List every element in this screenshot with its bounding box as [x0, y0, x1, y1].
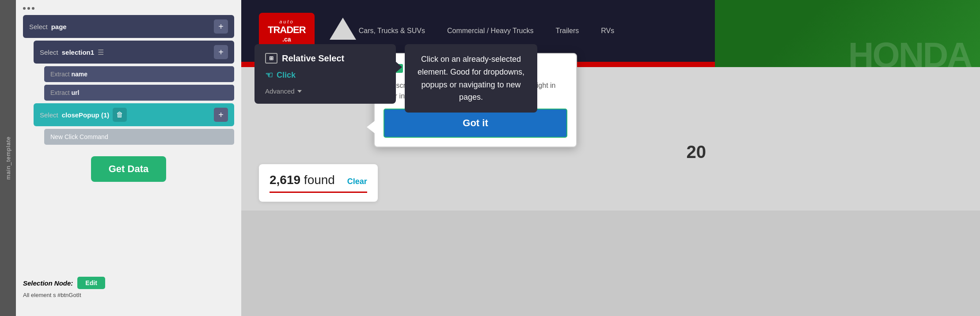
edit-label: Edit	[85, 279, 97, 286]
select-closepopup-row[interactable]: Select closePopup (1) 🗑 +	[34, 103, 234, 126]
dot-3	[32, 7, 34, 10]
tooltip-description: Click on an already-selected element. Go…	[418, 55, 524, 102]
found-label: found	[304, 173, 335, 187]
add-page-button[interactable]: +	[214, 19, 228, 34]
new-click-command-row[interactable]: New Click Command	[44, 129, 234, 145]
autotrader-logo[interactable]: auto TRADER .ca	[259, 13, 315, 49]
select-selection1-row[interactable]: Select selection1 ☰ +	[34, 41, 234, 64]
tooltip-panel: ⊞ Relative Select ☜ Click Advanced	[254, 44, 396, 104]
description-box: Click on an already-selected element. Go…	[405, 44, 537, 113]
nav-link-cars[interactable]: Cars, Trucks & SUVs	[359, 27, 425, 35]
got-it-label: Got it	[463, 117, 488, 128]
extract-name-value: name	[71, 71, 87, 78]
select-closepopup-value: closePopup (1)	[62, 111, 110, 119]
nav-link-trailers[interactable]: Trailers	[556, 27, 579, 35]
dots-menu[interactable]	[23, 7, 234, 10]
got-it-button[interactable]: Got it	[384, 109, 567, 138]
logo-suffix: .ca	[282, 36, 291, 43]
popup-tail	[367, 121, 375, 133]
select-page-value: page	[51, 23, 67, 30]
relative-select-icon: ⊞	[265, 53, 277, 64]
results-number-partial: 20	[687, 142, 707, 162]
logo-trader: TRADER	[268, 24, 306, 36]
advanced-label: Advanced	[265, 87, 295, 95]
click-cursor-icon: ☜	[265, 70, 273, 80]
select-closepopup-label: Select	[40, 111, 58, 119]
select-page-row[interactable]: Select page +	[23, 15, 234, 38]
get-data-label: Get Data	[109, 163, 148, 174]
extract-name-label: Extract	[50, 71, 71, 78]
extract-url-value: url	[71, 89, 79, 96]
count-value: 2,619	[270, 173, 300, 187]
extract-name-row: Extract name	[44, 66, 234, 82]
delete-closepopup-button[interactable]: 🗑	[113, 108, 127, 122]
results-count: 2,619 found	[270, 173, 338, 187]
selection-node-section: Selection Node: Edit All element s #btnG…	[23, 277, 234, 298]
autotrader-background: auto TRADER .ca Cars, Trucks & SUVs Comm…	[241, 0, 980, 316]
tooltip-relative-select: ⊞ Relative Select	[265, 53, 385, 64]
tooltip-advanced[interactable]: Advanced	[265, 87, 385, 95]
nav-links: Cars, Trucks & SUVs Commercial / Heavy T…	[359, 27, 615, 35]
tooltip-click[interactable]: ☜ Click	[265, 70, 385, 80]
nav-link-rvs[interactable]: RVs	[601, 27, 614, 35]
click-label: Click	[277, 71, 296, 80]
dot-2	[27, 7, 30, 10]
logo-auto: auto	[279, 19, 294, 24]
select-selection1-label: Select	[40, 49, 58, 56]
extract-url-row: Extract url	[44, 85, 234, 101]
results-card: 2,619 found Clear	[259, 164, 378, 202]
left-panel: Select page + Select selection1 ☰ + Extr…	[16, 0, 241, 316]
clear-link[interactable]: Clear	[347, 177, 367, 186]
sidebar-label-text: main_template	[5, 136, 11, 180]
get-data-button[interactable]: Get Data	[91, 156, 166, 182]
node-info: All element s #btnGotIt	[23, 292, 234, 298]
new-click-command-label: New Click Command	[50, 133, 108, 140]
advanced-chevron-icon	[297, 90, 302, 93]
add-closepopup-button[interactable]: +	[214, 108, 228, 122]
results-count-row: 2,619 found Clear	[270, 173, 367, 187]
dot-1	[23, 7, 26, 10]
extract-url-label: Extract	[50, 89, 71, 96]
browser-area: auto TRADER .ca Cars, Trucks & SUVs Comm…	[241, 0, 980, 316]
edit-button[interactable]: Edit	[77, 277, 105, 289]
add-selection1-button[interactable]: +	[214, 45, 228, 59]
nav-link-commercial[interactable]: Commercial / Heavy Trucks	[447, 27, 534, 35]
list-icon: ☰	[98, 48, 104, 56]
nav-triangle	[330, 18, 356, 40]
select-page-label: Select	[29, 23, 48, 30]
relative-select-label: Relative Select	[282, 53, 344, 64]
selection-node-label: Selection Node:	[23, 279, 73, 287]
sidebar-label: main_template	[0, 0, 16, 316]
select-selection1-value: selection1	[62, 49, 94, 56]
results-divider	[270, 192, 367, 193]
